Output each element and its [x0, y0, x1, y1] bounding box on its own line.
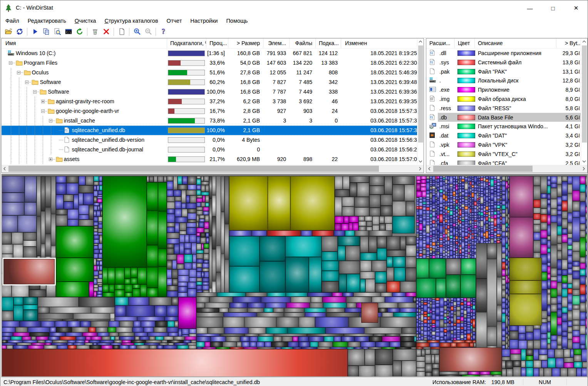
tree-expander-plus[interactable]	[49, 158, 52, 161]
menu-item-3[interactable]: Структура каталогов	[100, 17, 162, 25]
menu-item-1[interactable]: Редактировать	[23, 17, 70, 25]
tree-column-header[interactable]: Подкаталоги, %	[167, 39, 206, 48]
refresh-selected-button[interactable]	[74, 27, 85, 37]
toolbar-separator	[114, 28, 114, 36]
tree-expander-minus[interactable]	[49, 119, 52, 123]
tree-row[interactable]: sqlitecache_unified.db-journal0,0%003.06…	[2, 145, 424, 154]
resize-grip[interactable]	[568, 378, 588, 386]
tree-guide	[11, 106, 11, 116]
extension-row[interactable]: .imgФайл образа диска8,0 GB	[426, 94, 587, 104]
tree-expander-minus[interactable]	[33, 90, 37, 94]
extension-row[interactable]: .Локальный диск12,8 GB	[426, 76, 587, 85]
open-in-explorer-button[interactable]	[52, 27, 63, 37]
tree-expander-minus[interactable]	[9, 61, 12, 65]
tree-cell-size: 4 Bytes	[228, 135, 263, 145]
open-folder-icon	[5, 28, 12, 35]
tree-expander-plus[interactable]	[41, 100, 45, 103]
extension-size: 4,1 GB	[557, 122, 580, 131]
tree-row[interactable]: assets21,7%620,9 MB9208982203.06.2018 15…	[2, 154, 424, 164]
tree-row[interactable]: Software100,0%16,8 GB7 7877 44933813.05.…	[2, 87, 424, 97]
menu-item-4[interactable]: Отчет	[162, 17, 186, 25]
open-folder-button[interactable]	[3, 27, 14, 37]
zoom-out-button[interactable]	[142, 27, 154, 37]
command-prompt-button[interactable]: C:\	[63, 27, 74, 37]
menu-item-0[interactable]: Файл	[1, 17, 23, 25]
extension-row[interactable]: .msiПакет установщика Windo...4,1 GB	[426, 122, 587, 131]
tree-horizontal-scrollbar[interactable]	[2, 165, 424, 173]
tree-cell-subdirs	[316, 135, 341, 145]
tree-column-header[interactable]: Изменен	[341, 39, 418, 48]
extension-row[interactable]: .sysСистемный файл13,8 GB	[426, 58, 587, 67]
refresh-all-button[interactable]	[14, 27, 25, 37]
tree-column-header[interactable]: Элем...	[263, 39, 290, 48]
tree-cell-pct: 0,0%	[206, 145, 228, 154]
percent-bar	[168, 156, 205, 162]
extension-column-header[interactable]: Цвет	[455, 39, 475, 48]
run-icon	[31, 28, 39, 35]
tree-row[interactable]: sqlitecache_unified.db-version0,0%4 Byte…	[2, 135, 424, 145]
extension-row[interactable]: .pakФайл "PAK"13,1 GB	[426, 67, 587, 76]
tree-row[interactable]: Oculus51,6%27,8 GB12 05511 24780818.05.2…	[2, 68, 424, 77]
tree-row[interactable]: google-inc-google-earth-vr16,7%2,8 GB927…	[2, 106, 424, 116]
extension-row[interactable]: .datФайл "DAT"3,4 GB	[426, 131, 587, 140]
tree-cell-pct: 73,8%	[206, 116, 228, 126]
report-button[interactable]	[116, 27, 127, 37]
tree-cell-size: 0	[228, 145, 263, 154]
tree-column-header[interactable]: Проц...	[206, 39, 228, 48]
tree-expander-minus[interactable]	[17, 71, 20, 74]
extension-row[interactable]: .vpkФайл "VPK"3,2 GB	[426, 140, 587, 149]
extension-row[interactable]: .exeПриложение8,9 GB	[426, 85, 587, 94]
tree-column-header[interactable]: Имя	[2, 39, 167, 48]
menu-item-5[interactable]: Настройки	[186, 17, 222, 25]
tree-cell-files	[290, 126, 316, 135]
empty-recycle-bin-button[interactable]	[89, 27, 101, 37]
tree-row[interactable]: Windows 10 (C:)[1:36 s]160,8 GB791 93366…	[2, 49, 424, 58]
help-button[interactable]: ?	[158, 27, 169, 37]
maximize-button[interactable]: □	[541, 0, 565, 16]
menu-item-6[interactable]: Помощь	[222, 17, 252, 25]
tree-cell-subdirs: 13 383	[316, 58, 341, 68]
extension-column-header[interactable]: Описание	[475, 39, 556, 48]
tree-guide	[27, 126, 27, 135]
extension-description: Локальный диск	[478, 76, 557, 85]
tree-row[interactable]: install_cache73,8%2,1 GB33003.06.2018 15…	[2, 116, 424, 126]
extension-column-header[interactable]: Расши...	[426, 39, 455, 48]
copy-button[interactable]	[40, 27, 52, 37]
tree-expander-minus[interactable]	[25, 81, 28, 84]
extension-size: 5,8 GB	[557, 104, 580, 113]
run-button[interactable]	[29, 27, 40, 37]
tree-column-header[interactable]: > Размер	[228, 39, 263, 48]
extension-color-swatch	[457, 133, 475, 138]
delete-button[interactable]	[101, 27, 112, 37]
extension-horizontal-scrollbar[interactable]	[426, 165, 587, 173]
tree-cell-pct: 37,2%	[206, 97, 228, 106]
zoom-in-button[interactable]	[131, 27, 142, 37]
tree-cell-items: 7 827	[263, 77, 290, 87]
extension-row[interactable]: .dbData Base File5,6 GB	[426, 113, 587, 122]
extension-row[interactable]: .ressФайл "RESS"5,8 GB	[426, 104, 587, 113]
treemap[interactable]	[1, 174, 588, 377]
tree-column-header[interactable]: Подка...	[316, 39, 341, 48]
minimize-button[interactable]: —	[518, 0, 541, 16]
extension-size: 5,6 GB	[557, 113, 580, 122]
extension-row[interactable]: .cfaФайл "CFA"2,5 GB	[426, 159, 587, 165]
tree-guide	[19, 154, 19, 164]
extension-row[interactable]: .vt...Файл "VTEX_C"3,2 GB	[426, 149, 587, 159]
close-button[interactable]: ✕	[565, 0, 588, 16]
tree-row[interactable]: Software60,2%16,8 GB7 8277 48534213.05.2…	[2, 77, 424, 87]
tree-row[interactable]: against-gravity-rec-room37,2%6,2 GB3 738…	[2, 97, 424, 106]
toolbar-separator	[129, 28, 129, 36]
extension-vertical-scrollbar[interactable]	[581, 39, 587, 165]
extension-description: Файл образа диска	[478, 94, 557, 104]
tree-cell-files: 11 247	[290, 68, 316, 77]
folder-icon	[16, 60, 23, 66]
tree-row[interactable]: sqlitecache_unified.db100,0%2,1 GB03.06.…	[2, 126, 424, 135]
menu-item-2[interactable]: Очистка	[70, 17, 101, 25]
extension-size: 3,4 GB	[557, 131, 580, 140]
extension-row[interactable]: .dllРасширение приложения29,3 GB	[426, 49, 587, 58]
tree-vertical-scrollbar[interactable]	[417, 39, 424, 165]
ram-usage-label: Использование RAM:	[432, 379, 491, 385]
tree-row[interactable]: Program Files33,6%54,0 GB147 603134 2201…	[2, 58, 424, 68]
tree-column-header[interactable]: Файлы	[290, 39, 316, 48]
tree-expander-minus[interactable]	[41, 109, 45, 113]
